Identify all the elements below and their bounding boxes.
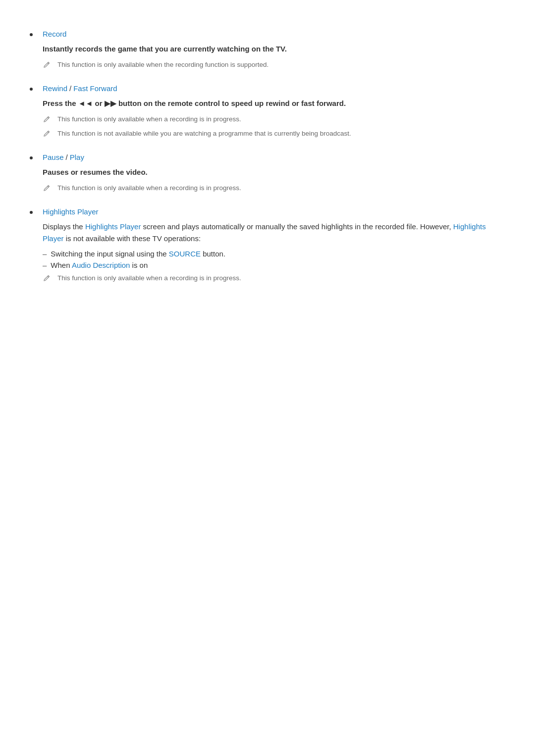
pause-note-1-text: This function is only available when a r… (57, 183, 241, 193)
content-area: Record Instantly records the game that y… (30, 20, 505, 284)
highlights-player-link-inline-1[interactable]: Highlights Player (85, 222, 141, 231)
pause-link[interactable]: Pause (43, 153, 64, 161)
record-note-1: This function is only available when the… (43, 60, 505, 70)
pause-section: Pause / Play Pauses or resumes the video… (30, 153, 505, 194)
pause-note-1: This function is only available when a r… (43, 183, 505, 194)
pencil-icon-highlights-1 (43, 274, 53, 284)
record-link[interactable]: Record (43, 30, 66, 38)
record-note-1-text: This function is only available when the… (57, 60, 268, 70)
rewind-note-1-text: This function is only available when a r… (57, 114, 241, 124)
bullet-dot-highlights (30, 211, 33, 214)
pause-header: Pause / Play (30, 153, 505, 161)
sub-item-2-text: When Audio Description is on (51, 261, 148, 269)
highlights-section: Highlights Player Displays the Highlight… (30, 207, 505, 284)
record-description: Instantly records the game that you are … (43, 43, 505, 55)
dash-2: – (43, 261, 47, 269)
highlights-sub-item-2: – When Audio Description is on (43, 261, 505, 269)
rewind-section: Rewind / Fast Forward Press the ◄◄ or ▶▶… (30, 84, 505, 139)
highlights-sub-item-1: – Switching the input signal using the S… (43, 250, 505, 258)
bullet-dot-rewind (30, 88, 33, 91)
separator-pause: / (66, 153, 68, 161)
highlights-desc-end: is not available with these TV operation… (64, 234, 201, 243)
separator-rewind: / (69, 84, 71, 93)
pencil-icon-pause-1 (43, 184, 53, 194)
rewind-link[interactable]: Rewind (43, 84, 67, 93)
rewind-note-2: This function is not available while you… (43, 129, 505, 139)
highlights-header: Highlights Player (30, 207, 505, 216)
record-section: Record Instantly records the game that y… (30, 30, 505, 70)
rewind-header: Rewind / Fast Forward (30, 84, 505, 93)
audio-description-link[interactable]: Audio Description (72, 261, 130, 269)
pause-description: Pauses or resumes the video. (43, 166, 505, 178)
dash-1: – (43, 250, 47, 258)
highlights-desc-mid: screen and plays automatically or manual… (141, 222, 453, 231)
rewind-note-2-text: This function is not available while you… (57, 129, 351, 139)
bullet-dot-record (30, 33, 33, 36)
record-header: Record (30, 30, 505, 38)
sub-item-1-text: Switching the input signal using the SOU… (51, 250, 225, 258)
pencil-icon-rewind-1 (43, 115, 53, 125)
highlights-note-1-text: This function is only available when a r… (57, 273, 241, 283)
highlights-player-link[interactable]: Highlights Player (43, 207, 99, 216)
play-link[interactable]: Play (70, 153, 84, 161)
bullet-dot-pause (30, 156, 33, 159)
source-link[interactable]: SOURCE (169, 250, 201, 258)
rewind-description: Press the ◄◄ or ▶▶ button on the remote … (43, 98, 505, 109)
pencil-icon-rewind-2 (43, 130, 53, 139)
fast-forward-link[interactable]: Fast Forward (73, 84, 117, 93)
highlights-description: Displays the Highlights Player screen an… (43, 221, 505, 245)
rewind-note-1: This function is only available when a r… (43, 114, 505, 125)
highlights-desc-start: Displays the (43, 222, 85, 231)
highlights-sub-list: – Switching the input signal using the S… (43, 250, 505, 269)
pencil-icon-record-1 (43, 61, 53, 70)
highlights-note-1: This function is only available when a r… (43, 273, 505, 284)
